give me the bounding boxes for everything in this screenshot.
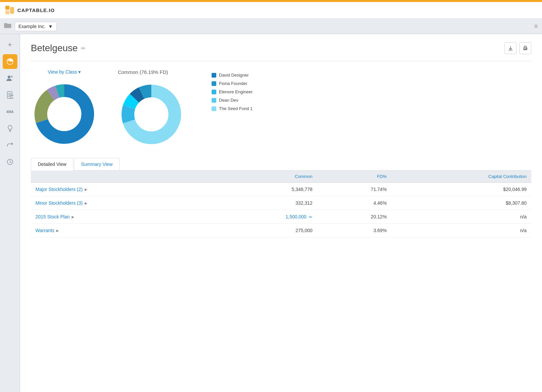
row-name-2[interactable]: 2015 Stock Plan ▶ [31, 210, 211, 224]
row-arrow-1: ▶ [85, 201, 87, 205]
legend-label-0: David Designer [219, 73, 249, 78]
row-name-1[interactable]: Minor Stockholders (3) ▶ [31, 196, 211, 210]
legend-label-4: The Seed Fund 1 [219, 106, 252, 111]
hamburger-icon[interactable]: ≡ [534, 22, 538, 30]
legend-color-4 [212, 106, 216, 111]
row-name-0[interactable]: Major Stockholders (2) ▶ [31, 183, 211, 196]
row-fd-3: 3.69% [317, 224, 391, 237]
sidebar-item-chart[interactable] [3, 54, 17, 69]
legend-label-1: Fiona Founder [219, 81, 247, 86]
download-button[interactable] [505, 42, 517, 54]
page-title-text: Betelgeuse [31, 43, 78, 54]
svg-point-11 [12, 96, 12, 96]
chart1-container: View by Class ▾ [31, 69, 98, 148]
legend-color-2 [212, 90, 216, 94]
table-row: Warrants ▶275,0003.69%n/a [31, 224, 531, 237]
col-header-name [31, 171, 211, 183]
row-capital-1: $8,307.80 [391, 196, 531, 210]
legend-label-2: Elenore Engineer [219, 89, 252, 94]
legend-color-0 [212, 73, 216, 78]
row-arrow-0: ▶ [85, 188, 87, 191]
chart1-donut [31, 81, 98, 148]
row-link-2[interactable]: 2015 Stock Plan ▶ [35, 214, 206, 219]
legend-item-1: Fiona Founder [212, 81, 252, 86]
svg-rect-20 [524, 49, 526, 49]
svg-point-13 [8, 125, 12, 129]
row-link-0[interactable]: Major Stockholders (2) ▶ [35, 187, 206, 192]
chart2-donut [118, 81, 185, 148]
header: CAPTABLE.IO [0, 2, 542, 19]
charts-section: View by Class ▾ [31, 69, 531, 148]
chart1-svg [31, 81, 98, 148]
row-capital-2: n/a [391, 210, 531, 224]
sidebar-item-bulb[interactable] [3, 121, 17, 136]
chart-legend: David Designer Fiona Founder Elenore Eng… [212, 73, 252, 111]
view-by-class-label: View by Class [48, 69, 77, 75]
row-fd-2: 20.12% [317, 210, 391, 224]
edit-title-icon[interactable]: ✏ [81, 45, 85, 52]
logo-icon [5, 6, 15, 15]
legend-color-3 [212, 98, 216, 103]
company-name: Example Inc. [18, 24, 46, 29]
svg-point-4 [8, 76, 10, 78]
sidebar-item-people[interactable] [3, 71, 17, 86]
row-common-0: 5,348,778 [211, 183, 317, 196]
row-fd-0: 71.74% [317, 183, 391, 196]
row-arrow-2: ▶ [72, 215, 74, 219]
toolbar: Example Inc. ▼ ≡ [0, 19, 542, 34]
row-capital-3: n/a [391, 224, 531, 237]
toolbar-right: ≡ [534, 22, 538, 30]
row-common-2: 1,500,000 ✏ [211, 210, 317, 224]
row-name-3[interactable]: Warrants ▶ [31, 224, 211, 237]
page-header: Betelgeuse ✏ [31, 42, 531, 54]
legend-item-2: Elenore Engineer [212, 89, 252, 94]
tab-summary[interactable]: Summary View [74, 158, 120, 170]
sidebar-item-reports[interactable] [3, 88, 17, 102]
page-title: Betelgeuse ✏ [31, 43, 85, 54]
sidebar-item-share[interactable] [3, 138, 17, 153]
sidebar-item-409a[interactable]: 409A [3, 104, 17, 119]
legend-label-3: Dean Dev [219, 98, 238, 103]
svg-point-5 [11, 76, 13, 78]
sidebar: + [0, 34, 20, 392]
logo-text: CAPTABLE.IO [17, 7, 55, 13]
edit-common-2[interactable]: ✏ [309, 215, 312, 219]
content-area: Betelgeuse ✏ [20, 34, 542, 392]
chart2-svg [118, 81, 185, 148]
row-link-1[interactable]: Minor Stockholders (3) ▶ [35, 200, 206, 206]
row-link-3[interactable]: Warrants ▶ [35, 228, 206, 233]
legend-item-4: The Seed Fund 1 [212, 106, 252, 111]
dropdown-arrow: ▼ [48, 24, 53, 29]
col-header-common: Common [211, 171, 317, 183]
chart2-title: Common (76.19% FD) [118, 69, 168, 75]
table-row: 2015 Stock Plan ▶1,500,000 ✏20.12%n/a [31, 210, 531, 224]
logo: CAPTABLE.IO [5, 6, 55, 15]
view-by-class-button[interactable]: View by Class ▾ [48, 69, 81, 75]
folder-icon[interactable] [4, 22, 11, 30]
row-common-1: 332,312 [211, 196, 317, 210]
col-header-fd: FD% [317, 171, 391, 183]
table-header-row: Common FD% Capital Contribution [31, 171, 531, 183]
stockholder-table: Common FD% Capital Contribution Major St… [31, 171, 531, 237]
svg-rect-0 [5, 6, 9, 10]
svg-point-32 [135, 98, 168, 131]
view-tabs: Detailed View Summary View [31, 158, 531, 171]
company-dropdown[interactable]: Example Inc. ▼ [15, 22, 57, 31]
legend-item-0: David Designer [212, 73, 252, 78]
view-by-class-arrow: ▾ [78, 69, 81, 75]
sidebar-item-add[interactable]: + [3, 37, 17, 52]
svg-point-21 [526, 48, 527, 49]
legend-color-1 [212, 81, 216, 86]
svg-rect-1 [5, 10, 9, 14]
table-row: Major Stockholders (2) ▶5,348,77871.74%$… [31, 183, 531, 196]
header-actions [505, 42, 531, 54]
col-header-capital: Capital Contribution [391, 171, 531, 183]
print-button[interactable] [519, 42, 531, 54]
chart2-container: Common (76.19% FD) [118, 69, 185, 148]
tab-detailed[interactable]: Detailed View [31, 158, 73, 171]
row-fd-1: 4.46% [317, 196, 391, 210]
sidebar-item-history[interactable] [3, 155, 17, 169]
svg-rect-2 [10, 7, 14, 14]
row-common-3: 275,000 [211, 224, 317, 237]
legend-item-3: Dean Dev [212, 98, 252, 103]
